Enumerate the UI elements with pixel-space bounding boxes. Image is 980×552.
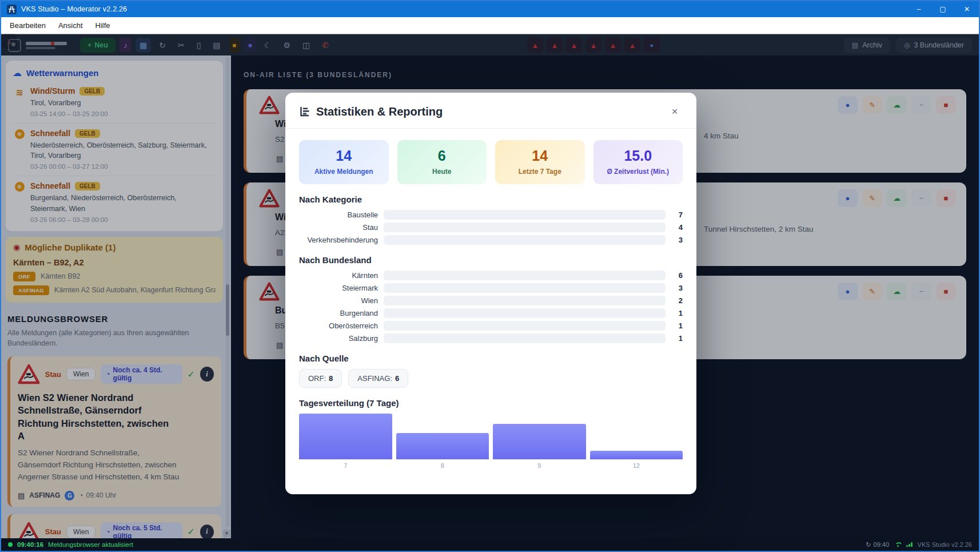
bar-track [384, 210, 666, 220]
chart-bar [493, 424, 586, 459]
stat-label: Letzte 7 Tage [499, 168, 581, 176]
x-tick-label: 9 [493, 462, 586, 469]
status-message: Meldungsbrowser aktualisiert [48, 541, 133, 548]
bar-track [384, 271, 666, 280]
x-tick-label: 12 [590, 462, 683, 469]
bar-label: Baustelle [299, 211, 378, 219]
bar-label: Verkehrsbehinderung [299, 236, 378, 244]
bar-value: 7 [671, 211, 683, 219]
stat-value: 14 [302, 148, 385, 164]
bar-value: 1 [671, 334, 683, 343]
kategorie-chart: Baustelle 7 Stau 4 Verkehrsbehinderung 3 [299, 210, 683, 245]
chart-x-labels: 7 8 9 12 [299, 462, 683, 469]
stat-value: 15.0 [597, 148, 680, 164]
bundesland-chart: Kärnten 6 Steiermark 3 Wien 2 Burgenland [299, 271, 683, 343]
chart-bar [396, 433, 489, 459]
sync-indicator: ↻ 09:40 [866, 541, 889, 549]
status-time: 09:40:16 [17, 541, 43, 548]
bar-track [384, 223, 666, 232]
stat-cards: 14 Aktive Meldungen 6 Heute 14 Letzte 7 … [299, 140, 683, 184]
chart-bar [299, 414, 392, 459]
stat-label: Aktive Meldungen [302, 168, 385, 176]
bar-track [384, 308, 666, 318]
bar-track [384, 321, 666, 331]
stat-card-active: 14 Aktive Meldungen [299, 140, 389, 184]
stat-label: Ø Zeitverlust (Min.) [597, 168, 680, 176]
bar-row: Salzburg 1 [299, 333, 683, 343]
x-tick-label: 8 [396, 462, 489, 469]
close-modal-button[interactable]: × [667, 104, 683, 120]
x-tick-label: 7 [299, 462, 392, 469]
source-count-chip: ORF: 8 [299, 369, 342, 388]
statistics-modal: Statistiken & Reporting × 14 Aktive Meld… [285, 93, 696, 494]
wifi-icon [894, 542, 901, 547]
modal-header: Statistiken & Reporting × [285, 93, 696, 129]
bar-track [384, 283, 666, 293]
window-title: VKS Studio – Moderator v2.2.26 [21, 5, 127, 13]
bar-row: Burgenland 1 [299, 308, 683, 318]
bar-row: Stau 4 [299, 223, 683, 232]
refresh-icon: ↻ [866, 541, 871, 549]
bar-value: 3 [671, 284, 683, 292]
bar-row: Kärnten 6 [299, 271, 683, 280]
bar-label: Burgenland [299, 309, 378, 317]
section-title-bundesland: Nach Bundesland [299, 255, 683, 265]
section-title-kategorie: Nach Kategorie [299, 194, 683, 204]
app-logo-icon [7, 5, 17, 14]
stat-label: Heute [401, 168, 484, 176]
chart-bar [590, 451, 683, 459]
stats-icon [299, 106, 310, 117]
source-count-chip: ASFINAG: 6 [348, 369, 408, 388]
bar-value: 3 [671, 236, 683, 244]
app-version: VKS Studio v2.2.26 [918, 541, 972, 548]
signal-icon [906, 542, 913, 547]
status-bar: 09:40:16 Meldungsbrowser aktualisiert ↻ … [1, 538, 979, 551]
maximize-button[interactable]: ▢ [931, 1, 955, 17]
bar-label: Wien [299, 296, 378, 305]
menu-hilfe[interactable]: Hilfe [89, 17, 117, 34]
bar-track [384, 235, 666, 245]
app-window: VKS Studio – Moderator v2.2.26 – ▢ ✕ Bea… [1, 1, 979, 551]
stat-value: 6 [401, 148, 484, 164]
modal-title: Statistiken & Reporting [316, 105, 443, 118]
section-title-tagesverteilung: Tagesverteilung (7 Tage) [299, 398, 683, 408]
section-title-quelle: Nach Quelle [299, 354, 683, 363]
tagesverteilung-chart [299, 414, 683, 459]
bar-row: Oberösterreich 1 [299, 321, 683, 331]
close-window-button[interactable]: ✕ [955, 1, 979, 17]
bar-row: Wien 2 [299, 296, 683, 305]
modal-body: 14 Aktive Meldungen 6 Heute 14 Letzte 7 … [285, 129, 696, 494]
quelle-chips: ORF: 8 ASFINAG: 6 [299, 369, 683, 388]
bar-track [384, 333, 666, 343]
bar-label: Kärnten [299, 271, 378, 280]
menu-bar: Bearbeiten Ansicht Hilfe [1, 17, 979, 34]
bar-value: 2 [671, 296, 683, 305]
bar-row: Verkehrsbehinderung 3 [299, 235, 683, 245]
bar-label: Salzburg [299, 334, 378, 343]
bar-value: 1 [671, 321, 683, 330]
stat-value: 14 [499, 148, 581, 164]
bar-row: Steiermark 3 [299, 283, 683, 293]
menu-bearbeiten[interactable]: Bearbeiten [3, 17, 52, 34]
bar-track [384, 296, 666, 305]
bar-label: Oberösterreich [299, 321, 378, 330]
bar-row: Baustelle 7 [299, 210, 683, 220]
stat-card-week: 14 Letzte 7 Tage [495, 140, 585, 184]
minimize-button[interactable]: – [907, 1, 931, 17]
bar-value: 1 [671, 309, 683, 317]
bar-value: 6 [671, 271, 683, 280]
bar-label: Steiermark [299, 284, 378, 292]
stat-card-delay: 15.0 Ø Zeitverlust (Min.) [593, 140, 683, 184]
status-ok-icon [8, 542, 13, 547]
menu-ansicht[interactable]: Ansicht [52, 17, 89, 34]
bar-value: 4 [671, 223, 683, 232]
stat-card-today: 6 Heute [397, 140, 487, 184]
title-bar: VKS Studio – Moderator v2.2.26 – ▢ ✕ [1, 1, 979, 17]
bar-label: Stau [299, 223, 378, 232]
